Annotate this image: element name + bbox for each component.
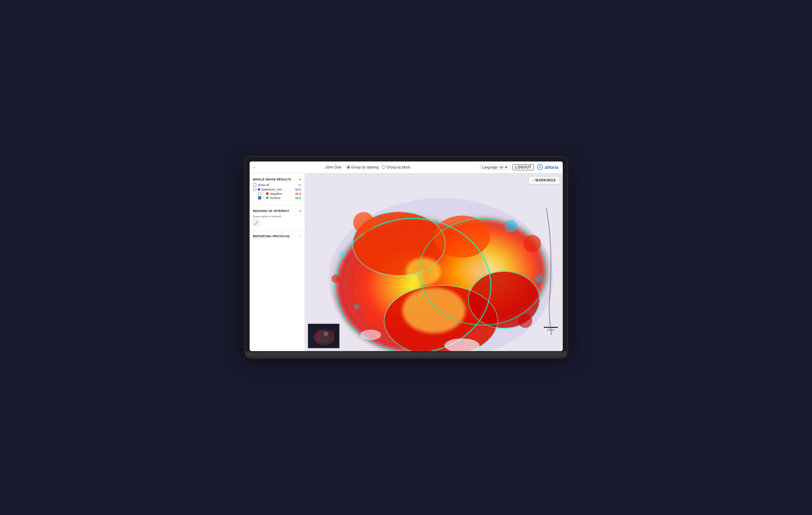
markings-panel[interactable]: › MARKINGS bbox=[529, 176, 560, 184]
regions-of-interest-section: REGIONS OF INTEREST ▾ Draw region of int… bbox=[250, 208, 305, 227]
section-divider-1 bbox=[250, 205, 305, 206]
app-header: ‹ John Doe Group by staining Group by bl… bbox=[250, 161, 563, 173]
minimap[interactable] bbox=[308, 324, 339, 348]
laptop-screen: ‹ John Doe Group by staining Group by bl… bbox=[250, 161, 563, 351]
positive-checkbox[interactable]: ✓ bbox=[258, 196, 261, 199]
laptop-frame: ‹ John Doe Group by staining Group by bl… bbox=[245, 157, 568, 359]
regions-chevron-icon: ▾ bbox=[299, 209, 301, 213]
aiforia-logo: aiforia bbox=[537, 164, 558, 170]
group-staining-label: Group by staining bbox=[351, 165, 378, 169]
draw-region-button[interactable] bbox=[253, 219, 259, 226]
regions-of-interest-content: Draw region of interest bbox=[250, 214, 305, 227]
svg-point-24 bbox=[354, 304, 359, 310]
reporting-protocol-section: REPORTING PROTOCOL › bbox=[250, 233, 305, 239]
user-name: John Doe bbox=[325, 165, 342, 169]
epithelium-checkbox[interactable] bbox=[253, 188, 256, 191]
whole-image-results-title: WHOLE IMAGE RESULTS bbox=[253, 178, 291, 181]
svg-point-16 bbox=[353, 212, 374, 233]
svg-point-22 bbox=[535, 275, 543, 283]
back-button[interactable]: ‹ bbox=[254, 165, 255, 170]
sidebar: WHOLE IMAGE RESULTS ▾ Show all % bbox=[250, 173, 305, 351]
group-by-options: Group by staining Group by block bbox=[346, 165, 410, 169]
negative-row: └ Negative 31.4 bbox=[258, 192, 301, 196]
logout-button[interactable]: LOGOUT bbox=[513, 164, 534, 170]
minimap-svg bbox=[308, 324, 339, 348]
whole-image-results-section: WHOLE IMAGE RESULTS ▾ Show all % bbox=[250, 176, 305, 202]
aiforia-icon bbox=[537, 164, 543, 170]
laptop-base bbox=[245, 351, 568, 359]
header-center: John Doe Group by staining Group by bloc… bbox=[325, 165, 410, 169]
section-divider-2 bbox=[250, 231, 305, 231]
radio-block[interactable] bbox=[382, 165, 385, 169]
scale-bar-line bbox=[544, 327, 558, 328]
epithelium-row: Epithelium_IHC 53.0 bbox=[253, 188, 301, 191]
positive-value: 68.6 bbox=[295, 196, 301, 200]
minimap-inner bbox=[308, 324, 339, 348]
svg-point-19 bbox=[365, 316, 376, 326]
positive-dot bbox=[266, 197, 269, 199]
laptop-notch bbox=[392, 157, 420, 159]
group-by-block[interactable]: Group by block bbox=[382, 165, 410, 169]
epithelium-label: Epithelium_IHC bbox=[262, 188, 282, 191]
svg-point-30 bbox=[324, 332, 328, 336]
positive-row: ✓ └ Positive 68.6 bbox=[258, 196, 301, 200]
negative-label: Negative bbox=[270, 192, 282, 196]
aiforia-logo-text: aiforia bbox=[544, 165, 558, 170]
svg-point-8 bbox=[434, 216, 490, 258]
scale-bar: 2 mm bbox=[544, 327, 558, 331]
svg-point-29 bbox=[315, 330, 330, 343]
epithelium-value: 53.0 bbox=[295, 188, 301, 191]
radio-staining[interactable] bbox=[346, 165, 350, 169]
show-all-label: Show all bbox=[258, 183, 269, 187]
show-all-row: Show all % bbox=[253, 183, 301, 187]
svg-point-10 bbox=[406, 258, 441, 286]
scale-bar-label: 2 mm bbox=[547, 328, 554, 331]
pencil-icon bbox=[254, 220, 258, 225]
header-left: ‹ bbox=[254, 165, 255, 170]
draw-region-label: Draw region of interest bbox=[253, 215, 301, 218]
markings-chevron-icon: › bbox=[533, 178, 534, 182]
positive-label: Positive bbox=[270, 196, 280, 200]
language-selector[interactable]: Language: en ▼ bbox=[480, 165, 510, 170]
negative-dot bbox=[266, 192, 269, 195]
svg-point-21 bbox=[505, 220, 517, 232]
reporting-protocol-title: REPORTING PROTOCOL bbox=[253, 235, 290, 238]
negative-checkbox[interactable] bbox=[258, 192, 261, 195]
negative-left: └ Negative bbox=[258, 192, 282, 196]
regions-of-interest-header[interactable]: REGIONS OF INTEREST ▾ bbox=[250, 208, 305, 214]
main-content: WHOLE IMAGE RESULTS ▾ Show all % bbox=[250, 173, 563, 351]
whole-image-results-header[interactable]: WHOLE IMAGE RESULTS ▾ bbox=[250, 176, 305, 183]
markings-label: MARKINGS bbox=[535, 178, 556, 182]
negative-value: 31.4 bbox=[295, 192, 301, 196]
heatmap-visualization bbox=[305, 173, 563, 351]
screen-bezel: ‹ John Doe Group by staining Group by bl… bbox=[245, 157, 568, 351]
svg-point-26 bbox=[360, 330, 381, 340]
whole-image-results-content: Show all % Epithelium_IHC bbox=[250, 183, 305, 202]
show-all-left: Show all bbox=[253, 183, 269, 187]
regions-of-interest-title: REGIONS OF INTEREST bbox=[253, 209, 289, 213]
group-block-label: Group by block bbox=[387, 165, 410, 169]
epithelium-left: Epithelium_IHC bbox=[253, 188, 282, 191]
header-right: Language: en ▼ LOGOUT aiforia bbox=[480, 164, 559, 170]
group-by-staining[interactable]: Group by staining bbox=[346, 165, 378, 169]
positive-left: ✓ └ Positive bbox=[258, 196, 280, 200]
reporting-chevron-icon: › bbox=[300, 235, 301, 238]
percent-header: % bbox=[298, 183, 301, 187]
svg-point-23 bbox=[339, 251, 346, 258]
reporting-protocol-header[interactable]: REPORTING PROTOCOL › bbox=[250, 233, 305, 239]
svg-point-18 bbox=[518, 314, 532, 328]
svg-point-17 bbox=[523, 235, 541, 252]
svg-point-9 bbox=[402, 288, 466, 333]
whole-image-chevron-icon: ▾ bbox=[299, 178, 301, 181]
show-all-checkbox[interactable] bbox=[253, 183, 256, 186]
svg-point-20 bbox=[331, 275, 340, 283]
epithelium-dot bbox=[258, 188, 260, 191]
image-viewer[interactable]: › MARKINGS 2 mm bbox=[305, 173, 563, 351]
